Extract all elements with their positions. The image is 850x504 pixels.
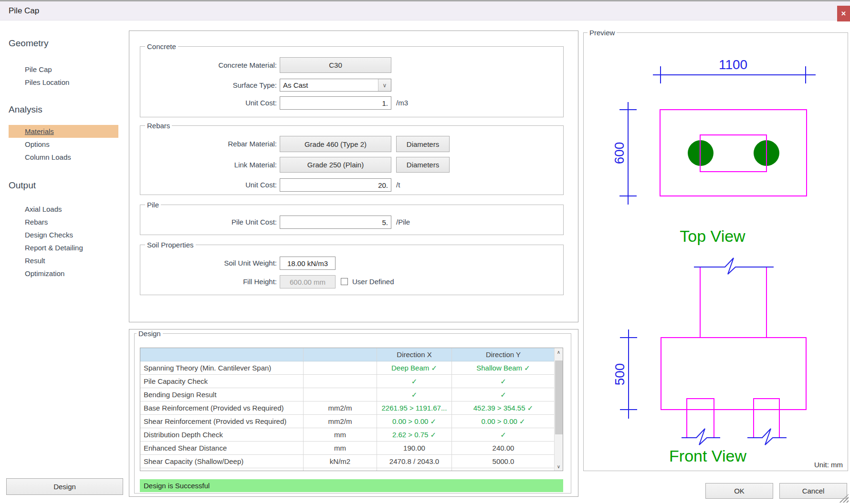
sidebar-item-design-checks[interactable]: Design Checks <box>9 228 118 241</box>
rebar-material-button[interactable]: Grade 460 (Type 2) <box>280 136 391 152</box>
concrete-unit-cost-label: Unit Cost: <box>140 96 277 110</box>
pile-left-front <box>687 399 714 438</box>
concrete-unit-cost-suffix: /m3 <box>396 96 408 110</box>
front-view-height-dimension: 500 <box>612 329 637 419</box>
table-cell: 452.39 > 354.55 ✓ <box>452 401 555 414</box>
rebars-group-label: Rebars <box>145 122 172 130</box>
sidebar-item-result[interactable]: Result <box>9 254 118 267</box>
close-button[interactable]: ✕ <box>837 6 850 21</box>
table-cell: Enhanced Shear Distance <box>140 442 304 454</box>
rebars-group: Rebars Rebar Material: Grade 460 (Type 2… <box>140 125 564 195</box>
sidebar-item-axial-loads[interactable]: Axial Loads <box>9 203 118 216</box>
table-header-row: Direction XDirection Y <box>140 348 563 361</box>
surface-type-label: Surface Type: <box>140 79 277 92</box>
table-cell: mm <box>304 442 377 454</box>
table-cell: Pile Capacity Check <box>140 375 304 388</box>
table-cell: Shear Capacity (Shallow/Deep) <box>140 455 304 468</box>
table-cell <box>304 468 377 471</box>
table-cell <box>304 388 377 401</box>
concrete-material-label: Concrete Material: <box>140 57 277 73</box>
sidebar-item-piles-location[interactable]: Piles Location <box>9 76 118 89</box>
chevron-down-icon[interactable]: ∨ <box>378 79 391 91</box>
pile-group: Pile Pile Unit Cost: 5. /Pile <box>140 205 564 235</box>
sidebar-item-options[interactable]: Options <box>9 138 118 151</box>
soil-unit-weight-input[interactable]: 18.00 kN/m3 <box>280 257 336 270</box>
table-cell: ✓ <box>377 388 452 401</box>
rebar-diameters-button[interactable]: Diameters <box>396 136 450 152</box>
close-icon: ✕ <box>841 10 846 17</box>
window-title: Pile Cap <box>9 1 39 21</box>
table-scrollbar[interactable]: ∧ ∨ <box>554 348 563 471</box>
preview-drawing: 1100 600 Top View <box>584 33 848 471</box>
sidebar-item-materials[interactable]: Materials <box>9 125 118 138</box>
table-cell: Shallow Beam ✓ <box>452 361 555 374</box>
scroll-up-icon[interactable]: ∧ <box>555 348 563 356</box>
concrete-group-label: Concrete <box>145 42 178 51</box>
sidebar-item-report-detailing[interactable]: Report & Detailing <box>9 241 118 254</box>
top-view-width-dimension: 1100 <box>653 57 816 83</box>
sidebar-section-analysis: Analysis <box>9 103 124 115</box>
link-material-label: Link Material: <box>140 157 277 173</box>
table-cell: 0.00 > 0.00 ✓ <box>377 415 452 428</box>
table-cell: ✓ <box>452 428 555 441</box>
front-view-label: Front View <box>669 447 746 465</box>
concrete-material-button[interactable]: C30 <box>280 57 391 73</box>
table-cell: 2.62 > 0.75 ✓ <box>377 428 452 441</box>
design-panel: Design Direction XDirection YSpanning Th… <box>129 329 578 497</box>
surface-type-select[interactable]: As Cast ∨ <box>280 79 391 92</box>
top-view-label: Top View <box>680 227 745 245</box>
table-cell: Shear Reinforcement (Provided vs Require… <box>140 415 304 428</box>
unit-note: Unit: mm <box>814 461 843 469</box>
scrollbar-thumb[interactable] <box>555 360 563 434</box>
table-row: Base Reinforcement (Provided vs Required… <box>140 401 563 415</box>
link-diameters-button[interactable]: Diameters <box>396 157 450 173</box>
soil-group: Soil Properties Soil Unit Weight: 18.00 … <box>140 245 564 295</box>
table-cell: Base Reinforcement (Provided vs Required… <box>140 401 304 414</box>
design-table: Direction XDirection YSpanning Theory (M… <box>140 348 563 471</box>
rebar-material-label: Rebar Material: <box>140 136 277 152</box>
design-group-label: Design <box>136 329 163 338</box>
sidebar-item-optimization[interactable]: Optimization <box>9 267 118 280</box>
pile-unit-cost-input[interactable]: 5. <box>280 216 391 229</box>
table-row: Shear Capacity (Shallow/Deep)kN/m22470.8… <box>140 455 563 468</box>
table-cell: Bending Design Result <box>140 388 304 401</box>
title-bar: Pile Cap <box>0 1 850 21</box>
concrete-unit-cost-input[interactable]: 1. <box>280 96 391 110</box>
table-cell: Spanning Theory (Min. Cantilever Span) <box>140 361 304 374</box>
table-cell: Distribution Depth Check <box>140 428 304 441</box>
table-cell: 2470.8 / 2043.0 <box>377 455 452 468</box>
table-cell: Deep Beam ✓ <box>377 361 452 374</box>
cancel-button[interactable]: Cancel <box>779 483 847 499</box>
sidebar-item-column-loads[interactable]: Column Loads <box>9 151 118 164</box>
top-view-shapes <box>660 110 807 196</box>
table-cell <box>304 375 377 388</box>
table-header-cell: Direction X <box>377 348 452 361</box>
table-row: Shear Reinforcement (Provided vs Require… <box>140 415 563 428</box>
table-cell: 0.00 > 0.00 ✓ <box>452 415 555 428</box>
column-break-symbol <box>694 258 774 274</box>
table-cell: kN/m2 <box>304 455 377 468</box>
user-defined-checkbox[interactable] <box>341 278 348 285</box>
pile-cap-front <box>661 338 806 410</box>
rebar-unit-cost-input[interactable]: 20. <box>280 178 391 192</box>
rebar-unit-cost-suffix: /t <box>396 178 400 192</box>
pile-cap-dialog: Pile Cap ✕ GeometryPile CapPiles Locatio… <box>0 0 850 504</box>
fill-height-input: 600.00 mm <box>280 275 336 288</box>
table-cell <box>452 468 555 471</box>
table-cell <box>140 468 304 471</box>
front-view-shapes <box>661 258 806 445</box>
sidebar-item-pile-cap[interactable]: Pile Cap <box>9 63 118 76</box>
design-table-rows: Direction XDirection YSpanning Theory (M… <box>140 348 563 471</box>
sidebar-item-rebars[interactable]: Rebars <box>9 216 118 228</box>
table-header-cell <box>140 348 304 361</box>
link-material-button[interactable]: Grade 250 (Plain) <box>280 157 391 173</box>
concrete-group: Concrete Concrete Material: C30 Surface … <box>140 46 564 117</box>
design-button[interactable]: Design <box>6 478 123 495</box>
fill-height-label: Fill Height: <box>140 275 277 288</box>
pile-unit-cost-suffix: /Pile <box>396 216 410 229</box>
surface-type-value: As Cast <box>280 79 378 91</box>
table-header-cell: Direction Y <box>452 348 555 361</box>
ok-button[interactable]: OK <box>705 483 773 499</box>
top-view-height-dimension: 600 <box>612 102 637 205</box>
scroll-down-icon[interactable]: ∨ <box>555 463 563 471</box>
